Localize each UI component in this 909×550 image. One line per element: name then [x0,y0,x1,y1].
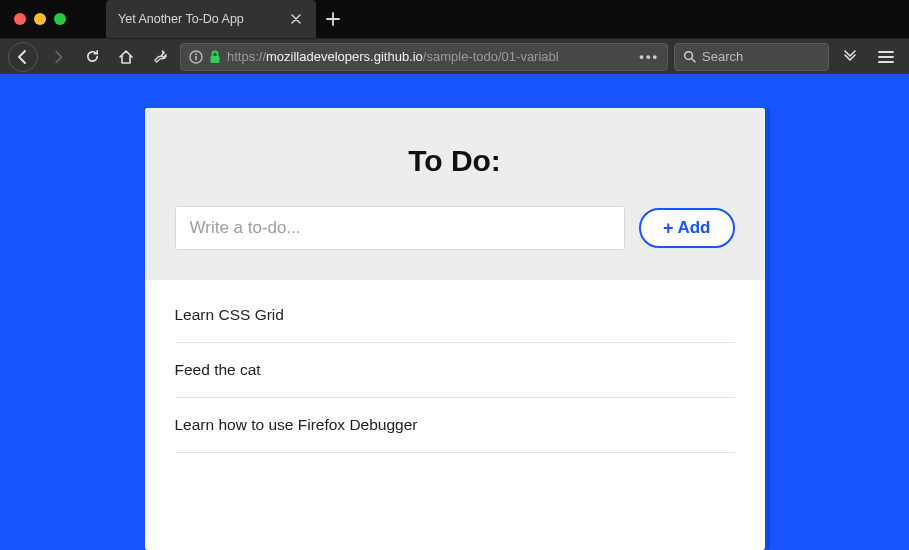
window-minimize[interactable] [34,13,46,25]
list-item[interactable]: Learn how to use Firefox Debugger [175,398,735,453]
lock-icon [209,50,221,64]
search-bar[interactable] [674,43,829,71]
home-button[interactable] [112,43,140,71]
todo-list: Learn CSS GridFeed the catLearn how to u… [145,280,765,481]
browser-tab[interactable]: Yet Another To-Do App [106,0,316,38]
tab-title: Yet Another To-Do App [118,12,280,26]
add-button-label: Add [677,218,710,238]
url-path: /sample-todo/01-variabl [423,49,559,64]
overflow-button[interactable] [835,43,865,71]
todo-input[interactable] [175,206,625,250]
window-close[interactable] [14,13,26,25]
add-row: + Add [175,206,735,250]
browser-toolbar: https://mozilladevelopers.github.io/samp… [0,38,909,74]
window-maximize[interactable] [54,13,66,25]
devtools-button[interactable] [146,43,174,71]
window-controls [0,0,106,38]
todo-card: To Do: + Add Learn CSS GridFeed the catL… [145,108,765,550]
page-viewport: To Do: + Add Learn CSS GridFeed the catL… [0,74,909,550]
tab-strip: Yet Another To-Do App [106,0,909,38]
card-header: To Do: + Add [145,108,765,280]
search-input[interactable] [702,49,820,64]
svg-rect-2 [195,53,197,55]
plus-icon: + [663,218,674,239]
list-item[interactable]: Feed the cat [175,343,735,398]
forward-button[interactable] [44,43,72,71]
list-item[interactable]: Learn CSS Grid [175,288,735,343]
svg-rect-3 [211,56,220,63]
page-title: To Do: [175,144,735,178]
tab-close-icon[interactable] [288,11,304,27]
window-titlebar: Yet Another To-Do App [0,0,909,38]
site-info-icon[interactable] [189,50,203,64]
reload-button[interactable] [78,43,106,71]
add-button[interactable]: + Add [639,208,735,248]
svg-rect-1 [195,56,197,60]
back-button[interactable] [8,42,38,72]
url-bar[interactable]: https://mozilladevelopers.github.io/samp… [180,43,668,71]
search-icon [683,50,696,63]
hamburger-menu-button[interactable] [871,43,901,71]
url-host: mozilladevelopers.github.io [266,49,423,64]
url-protocol: https:// [227,49,266,64]
new-tab-button[interactable] [316,0,350,38]
url-text: https://mozilladevelopers.github.io/samp… [227,49,633,64]
page-actions-icon[interactable]: ••• [639,49,659,64]
